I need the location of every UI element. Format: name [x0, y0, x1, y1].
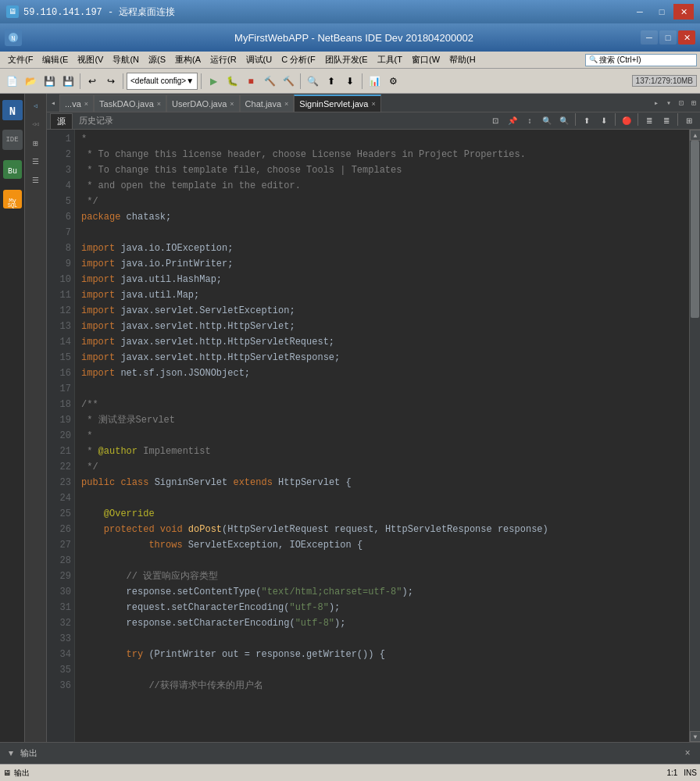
code-content[interactable]: * * To change this license header, choos…: [75, 130, 689, 742]
open-btn[interactable]: 📂: [22, 73, 39, 90]
tab-taskdao-close[interactable]: ×: [157, 100, 161, 108]
expand-icon[interactable]: ⊞: [27, 134, 45, 152]
save-all-btn[interactable]: 💾: [59, 73, 77, 90]
code-line-9: import java.io.PrintWriter;: [81, 256, 683, 272]
editor-tabs: ◂ ...va × TaskDAO.java × UserDAO.java ×: [47, 94, 700, 112]
toolbar-sep-2: [123, 73, 123, 89]
history-tab[interactable]: 历史记录: [73, 113, 120, 128]
et-btn2[interactable]: 📌: [505, 113, 520, 129]
menu-navigate[interactable]: 导航(N: [108, 52, 144, 67]
menu-debug[interactable]: 调试(U: [241, 52, 277, 67]
tab-prev-btn[interactable]: ◂: [47, 95, 59, 112]
config-dropdown[interactable]: <default config> ▼: [127, 73, 198, 90]
menu-team[interactable]: 团队开发(E: [320, 52, 373, 67]
tab-va[interactable]: ...va ×: [59, 95, 94, 112]
et-btn6[interactable]: ⬆: [579, 113, 595, 129]
et-btn3[interactable]: ↕: [522, 113, 538, 129]
et-btn10[interactable]: ≣: [659, 113, 674, 129]
rdp-maximize-btn[interactable]: □: [652, 4, 672, 20]
nb-maximize-btn[interactable]: □: [659, 30, 677, 45]
find-btn[interactable]: 🔍: [304, 73, 321, 90]
et-sep4: [677, 113, 678, 126]
tab-signin[interactable]: SigninServlet.java ×: [294, 95, 380, 112]
et-btn1[interactable]: ⊡: [488, 113, 503, 129]
menu-window[interactable]: 窗口(W: [407, 52, 445, 67]
et-btn7[interactable]: ⬇: [596, 113, 612, 129]
code-line-16: import net.sf.json.JSONObject;: [81, 366, 683, 381]
settings-btn[interactable]: ⚙: [384, 73, 402, 90]
clean-build-btn[interactable]: 🔨: [280, 73, 297, 90]
find-next-btn[interactable]: ⬇: [341, 73, 359, 90]
menu-source[interactable]: 源(S: [144, 52, 170, 67]
tab-maximize-btn[interactable]: ⊞: [688, 95, 700, 112]
back-icon[interactable]: ◁: [27, 97, 45, 114]
nav-icon1[interactable]: ☰: [27, 153, 45, 170]
scroll-thumb[interactable]: [691, 141, 699, 318]
find-prev-btn[interactable]: ⬆: [323, 73, 340, 90]
ln-13: 13: [50, 319, 71, 334]
scroll-down-btn[interactable]: ▼: [690, 731, 700, 742]
ln-18: 18: [50, 397, 71, 412]
tab-next-btn[interactable]: ▸: [650, 95, 662, 112]
source-tab[interactable]: 源: [50, 113, 73, 129]
tab-chat-close[interactable]: ×: [284, 100, 288, 108]
tab-chat[interactable]: Chat.java ×: [240, 95, 295, 112]
scroll-track[interactable]: [690, 141, 700, 731]
menu-edit[interactable]: 编辑(E: [38, 52, 73, 67]
tab-userdao-close[interactable]: ×: [230, 100, 234, 108]
menu-tools[interactable]: 工具(T: [373, 52, 407, 67]
dev-icon[interactable]: Bu: [2, 159, 23, 180]
rdp-minimize-btn[interactable]: ─: [630, 4, 650, 20]
nav-icon2[interactable]: ☰: [27, 172, 45, 189]
status-icon: 🖥: [3, 769, 11, 777]
nb-minimize-btn[interactable]: ─: [641, 30, 658, 45]
nb-close-btn[interactable]: ✕: [678, 30, 695, 45]
menu-refactor[interactable]: 重构(A: [170, 52, 205, 67]
stop-btn[interactable]: ■: [242, 73, 259, 90]
undo-btn[interactable]: ↩: [84, 73, 101, 90]
tab-taskdao[interactable]: TaskDAO.java ×: [94, 95, 166, 112]
code-line-35: [81, 662, 683, 678]
ide-dev-icon[interactable]: IDE: [2, 130, 23, 150]
ln-25: 25: [50, 506, 71, 522]
bottom-arrow-icon[interactable]: [5, 747, 17, 760]
code-line-19: * 测试登录Servlet: [81, 412, 683, 428]
ln-24: 24: [50, 490, 71, 506]
tab-va-close[interactable]: ×: [84, 100, 88, 108]
vertical-scrollbar[interactable]: ▲ ▼: [689, 130, 700, 742]
mysql-icon[interactable]: My SQL: [2, 189, 23, 209]
redo-btn[interactable]: ↪: [102, 73, 120, 90]
menu-analyze[interactable]: C 分析(F: [277, 52, 320, 67]
et-expand-btn[interactable]: ⊞: [681, 113, 697, 129]
ln-11: 11: [50, 287, 71, 303]
status-bar: 🖥 输出 1:1 INS: [0, 764, 700, 781]
run-btn[interactable]: ▶: [205, 73, 222, 90]
menu-help[interactable]: 帮助(H: [445, 52, 480, 67]
build-btn[interactable]: 🔨: [261, 73, 278, 90]
ln-27: 27: [50, 537, 71, 553]
status-cursor: 1:1: [666, 769, 677, 777]
tab-signin-close[interactable]: ×: [371, 100, 375, 108]
debug-btn[interactable]: 🐛: [223, 73, 241, 90]
search-input[interactable]: [599, 55, 693, 64]
menu-file[interactable]: 文件(F: [3, 52, 38, 67]
et-btn9[interactable]: ≣: [641, 113, 657, 129]
menu-run[interactable]: 运行(R: [205, 52, 241, 67]
ln-28: 28: [50, 553, 71, 569]
profile-btn[interactable]: 📊: [366, 73, 383, 90]
menu-view[interactable]: 视图(V: [73, 52, 108, 67]
close-panel-btn[interactable]: ×: [680, 746, 695, 761]
nb-logo-icon[interactable]: N: [2, 100, 23, 120]
save-btn[interactable]: 💾: [41, 73, 58, 90]
et-btn5[interactable]: 🔍: [556, 113, 572, 129]
et-btn8[interactable]: 🔴: [619, 113, 634, 129]
tab-restore-btn[interactable]: ⊡: [675, 95, 688, 112]
forward-icon[interactable]: ◁◁: [27, 116, 45, 133]
nb-title-bar: N MyFirstWebAPP - NetBeans IDE Dev 20180…: [0, 23, 700, 52]
tab-menu-btn[interactable]: ▾: [662, 95, 675, 112]
et-btn4[interactable]: 🔍: [539, 113, 555, 129]
tab-userdao[interactable]: UserDAO.java ×: [166, 95, 240, 112]
rdp-close-btn[interactable]: ✕: [673, 4, 694, 20]
scroll-up-btn[interactable]: ▲: [690, 130, 700, 141]
new-file-btn[interactable]: 📄: [3, 73, 20, 90]
